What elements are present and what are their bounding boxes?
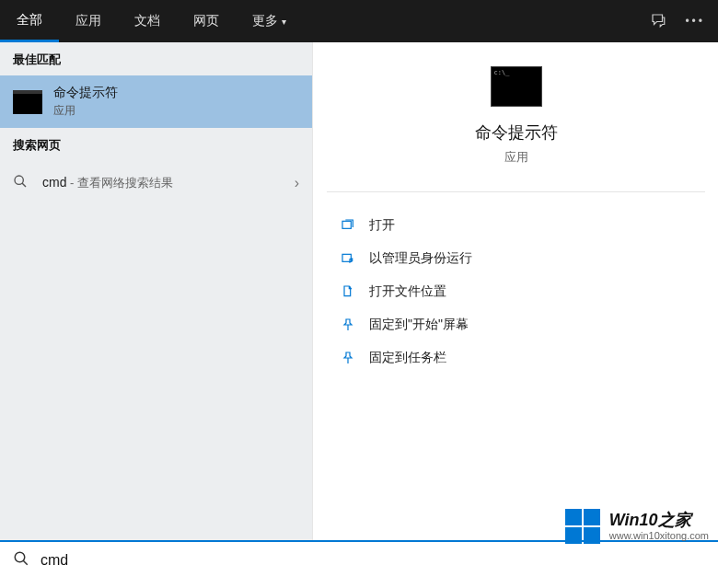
- result-title: 命令提示符: [53, 85, 299, 101]
- action-run-admin-label: 以管理员身份运行: [369, 250, 472, 267]
- web-hint: - 查看网络搜索结果: [66, 176, 173, 190]
- tab-all[interactable]: 全部: [0, 0, 59, 42]
- action-pin-taskbar[interactable]: 固定到任务栏: [336, 341, 696, 375]
- details-panel: 命令提示符 应用 打开 以管理员身份运行 打开文件位置 固定到: [313, 42, 718, 540]
- search-input[interactable]: [41, 552, 705, 569]
- web-search-header: 搜索网页: [0, 128, 312, 161]
- chevron-down-icon: ▾: [282, 17, 286, 27]
- watermark-title: Win10之家: [609, 512, 709, 530]
- admin-icon: [340, 250, 356, 267]
- main-area: 最佳匹配 命令提示符 应用 搜索网页 cmd - 查看网络搜索结果 › 命令提示…: [0, 42, 718, 540]
- watermark: Win10之家 www.win10xitong.com: [565, 509, 709, 544]
- tab-docs[interactable]: 文档: [118, 0, 177, 42]
- svg-rect-2: [342, 221, 351, 228]
- svg-line-7: [23, 560, 28, 565]
- folder-icon: [340, 283, 356, 300]
- preview-title: 命令提示符: [475, 121, 558, 144]
- best-match-result[interactable]: 命令提示符 应用: [0, 75, 312, 128]
- search-bar: [0, 540, 718, 578]
- search-icon: [13, 174, 29, 192]
- result-subtitle: 应用: [53, 103, 299, 119]
- svg-point-6: [15, 552, 25, 562]
- svg-point-0: [15, 176, 23, 184]
- web-search-text: cmd - 查看网络搜索结果: [42, 175, 282, 191]
- search-icon: [13, 550, 29, 571]
- more-options-icon[interactable]: •••: [685, 15, 705, 28]
- tab-web[interactable]: 网页: [177, 0, 236, 42]
- topbar-right: •••: [650, 12, 718, 31]
- best-match-header: 最佳匹配: [0, 42, 312, 75]
- cmd-large-icon: [491, 66, 542, 107]
- action-pin-start-label: 固定到"开始"屏幕: [369, 317, 469, 333]
- preview-header: 命令提示符 应用: [327, 66, 705, 192]
- tab-web-label: 网页: [193, 13, 219, 29]
- preview-subtitle: 应用: [504, 149, 528, 166]
- cmd-icon: [13, 90, 42, 114]
- web-search-item[interactable]: cmd - 查看网络搜索结果 ›: [0, 161, 312, 205]
- action-open-label: 打开: [369, 217, 395, 234]
- action-open[interactable]: 打开: [336, 209, 696, 242]
- feedback-icon[interactable]: [650, 12, 666, 31]
- results-panel: 最佳匹配 命令提示符 应用 搜索网页 cmd - 查看网络搜索结果 ›: [0, 42, 313, 540]
- action-list: 打开 以管理员身份运行 打开文件位置 固定到"开始"屏幕 固定到任务栏: [327, 209, 705, 375]
- action-open-location[interactable]: 打开文件位置: [336, 275, 696, 308]
- pin-taskbar-icon: [340, 350, 356, 366]
- watermark-url: www.win10xitong.com: [609, 530, 709, 541]
- action-open-location-label: 打开文件位置: [369, 283, 446, 300]
- tab-apps[interactable]: 应用: [59, 0, 118, 42]
- result-text: 命令提示符 应用: [53, 85, 299, 119]
- action-pin-start[interactable]: 固定到"开始"屏幕: [336, 308, 696, 341]
- pin-start-icon: [340, 317, 356, 333]
- action-pin-taskbar-label: 固定到任务栏: [369, 350, 446, 366]
- tab-all-label: 全部: [17, 12, 42, 29]
- tab-docs-label: 文档: [134, 13, 160, 29]
- top-tab-bar: 全部 应用 文档 网页 更多▾ •••: [0, 0, 718, 42]
- web-query: cmd: [42, 175, 66, 190]
- svg-line-1: [22, 183, 26, 187]
- tab-more[interactable]: 更多▾: [236, 0, 303, 42]
- windows-logo-icon: [565, 509, 600, 544]
- chevron-right-icon: ›: [295, 175, 299, 191]
- action-run-admin[interactable]: 以管理员身份运行: [336, 242, 696, 275]
- tab-apps-label: 应用: [75, 13, 101, 29]
- open-icon: [340, 217, 356, 234]
- tabs: 全部 应用 文档 网页 更多▾: [0, 0, 303, 42]
- tab-more-label: 更多: [252, 13, 278, 29]
